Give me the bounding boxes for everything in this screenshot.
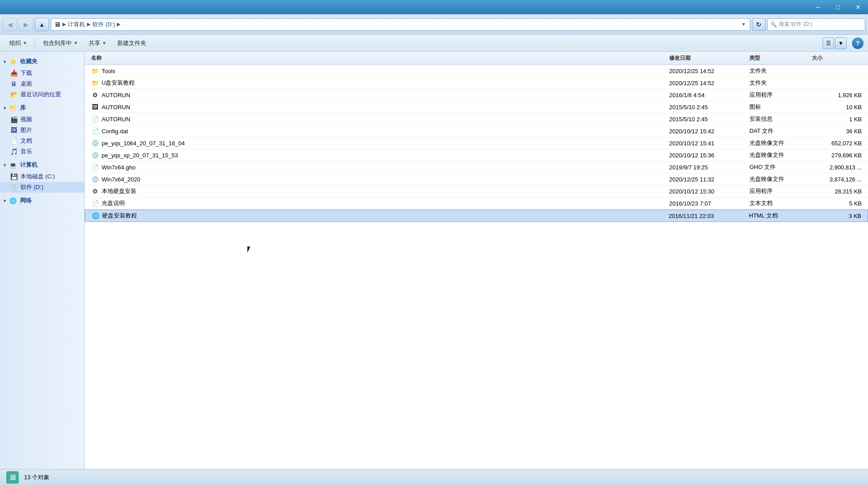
breadcrumb-item-computer[interactable]: 计算机 <box>68 21 85 29</box>
include-button[interactable]: 包含到库中 ▼ <box>38 37 83 49</box>
sidebar-favorites-header[interactable]: ▾ ⭐ 收藏夹 <box>0 55 84 68</box>
new-folder-label: 新建文件夹 <box>117 39 146 47</box>
help-button[interactable]: ? <box>852 37 864 49</box>
address-bar: ◀ ▶ ▲ 🖥 ▶ 计算机 ▶ 软件 (D:) ▶ ▼ ↻ 🔍 搜索 软件 (D… <box>0 14 868 35</box>
local-c-label: 本地磁盘 (C:) <box>21 173 55 181</box>
software-d-label: 软件 (D:) <box>21 183 43 191</box>
network-icon: 🌐 <box>8 196 17 205</box>
search-bar[interactable]: 🔍 搜索 软件 (D:) <box>767 18 865 31</box>
share-button[interactable]: 共享 ▼ <box>84 37 111 49</box>
table-row[interactable]: 📄Win7x64.gho2019/9/7 19:25GHO 文件2,900,81… <box>85 161 868 173</box>
file-modified: 2020/10/12 15:42 <box>667 127 748 136</box>
include-label: 包含到库中 <box>43 39 72 47</box>
file-icon: 📁 <box>91 79 99 87</box>
share-arrow-icon: ▼ <box>102 41 107 45</box>
file-modified: 2020/10/12 15:30 <box>667 187 748 196</box>
table-row[interactable]: 💿pe_yqs_xp_20_07_31_15_532020/10/12 15:3… <box>85 149 868 161</box>
sidebar-network-header[interactable]: ▾ 🌐 网络 <box>0 194 84 207</box>
sidebar-item-video[interactable]: 🎬 视频 <box>0 114 84 125</box>
view-dropdown-button[interactable]: ▼ <box>835 37 847 49</box>
window-controls: ─ □ ✕ <box>808 0 868 14</box>
breadcrumb-dropdown-btn[interactable]: ▼ <box>740 21 747 28</box>
table-row[interactable]: ⚙AUTORUN2016/1/8 4:54应用程序1,926 KB <box>85 89 868 101</box>
table-row[interactable]: 💿Win7x64_20202020/12/25 11:32光盘映像文件3,874… <box>85 173 868 185</box>
file-icon: 📄 <box>91 127 99 135</box>
sidebar-item-local-c[interactable]: 💾 本地磁盘 (C:) <box>0 171 84 182</box>
sidebar-library-header[interactable]: ▾ 📁 库 <box>0 102 84 114</box>
file-modified: 2015/5/10 2:45 <box>667 115 748 123</box>
file-name-cell: 📄AUTORUN <box>89 114 667 124</box>
refresh-icon: ↻ <box>756 21 761 28</box>
file-name-cell: ⚙本地硬盘安装 <box>89 186 667 196</box>
col-name: 名称 <box>89 53 667 63</box>
close-button[interactable]: ✕ <box>848 0 868 14</box>
back-button[interactable]: ◀ <box>3 18 17 31</box>
favorites-icon: ⭐ <box>8 57 17 66</box>
file-type: 图标 <box>748 102 810 112</box>
music-icon: 🎵 <box>10 148 18 156</box>
doc-label: 文档 <box>21 137 32 145</box>
table-row[interactable]: 🌐硬盘安装教程2016/11/21 22:03HTML 文档3 KB <box>85 210 868 222</box>
breadcrumb-arrow-2: ▶ <box>87 21 91 27</box>
file-type: DAT 文件 <box>748 126 810 136</box>
sidebar: ▾ ⭐ 收藏夹 📥 下载 🖥 桌面 📂 最近访问的位置 ▾ 📁 库 <box>0 52 85 469</box>
up-icon: ▲ <box>39 21 45 28</box>
file-modified: 2016/10/23 7:07 <box>667 199 748 208</box>
file-name-cell: 📄Config.dat <box>89 126 667 136</box>
sidebar-item-image[interactable]: 🖼 图片 <box>0 125 84 136</box>
file-type: 光盘映像文件 <box>748 138 810 148</box>
network-label: 网络 <box>20 197 32 205</box>
file-rows-container: 📁Tools2020/12/25 14:52文件夹📁U盘安装教程2020/12/… <box>85 65 868 222</box>
sidebar-computer-header[interactable]: ▾ 💻 计算机 <box>0 159 84 171</box>
file-size <box>810 70 864 72</box>
file-name-cell: 🖼AUTORUN <box>89 102 667 112</box>
file-name-text: Win7x64_2020 <box>102 176 140 183</box>
file-icon: 📁 <box>91 67 99 75</box>
recent-label: 最近访问的位置 <box>21 90 61 99</box>
file-name-cell: 📄光盘说明 <box>89 198 667 208</box>
toolbar-separator-1 <box>35 38 35 49</box>
table-row[interactable]: 📄Config.dat2020/10/12 15:42DAT 文件36 KB <box>85 125 868 137</box>
local-c-icon: 💾 <box>10 173 18 181</box>
new-folder-button[interactable]: 新建文件夹 <box>112 37 151 49</box>
file-modified: 2020/10/12 15:36 <box>667 151 748 160</box>
refresh-button[interactable]: ↻ <box>752 18 765 31</box>
table-row[interactable]: 💿pe_yqs_1064_20_07_31_16_042020/10/12 15… <box>85 137 868 149</box>
file-size: 36 KB <box>810 127 864 136</box>
sidebar-item-recent[interactable]: 📂 最近访问的位置 <box>0 89 84 100</box>
up-button[interactable]: ▲ <box>35 18 49 31</box>
file-modified: 2020/12/25 11:32 <box>667 175 748 184</box>
view-list-button[interactable]: ☰ <box>823 37 834 49</box>
file-name-text: U盘安装教程 <box>102 79 135 87</box>
sidebar-item-doc[interactable]: 📄 文档 <box>0 136 84 146</box>
sidebar-item-music[interactable]: 🎵 音乐 <box>0 146 84 157</box>
table-row[interactable]: 📄光盘说明2016/10/23 7:07文本文档5 KB <box>85 197 868 210</box>
sidebar-item-downloads[interactable]: 📥 下载 <box>0 68 84 78</box>
svg-text:🖥: 🖥 <box>8 473 16 482</box>
image-icon: 🖼 <box>10 126 18 134</box>
file-type: 光盘映像文件 <box>748 174 810 184</box>
breadcrumb-bar[interactable]: 🖥 ▶ 计算机 ▶ 软件 (D:) ▶ ▼ <box>51 18 750 31</box>
file-icon: 📄 <box>91 115 99 123</box>
table-row[interactable]: 📁Tools2020/12/25 14:52文件夹 <box>85 65 868 77</box>
file-type: 文件夹 <box>748 78 810 88</box>
table-row[interactable]: 📄AUTORUN2015/5/10 2:45安装信息1 KB <box>85 113 868 125</box>
file-size: 10 KB <box>810 103 864 111</box>
file-size: 1,926 KB <box>810 91 864 99</box>
file-name-text: AUTORUN <box>102 92 130 99</box>
organize-button[interactable]: 组织 ▼ <box>4 37 32 49</box>
sidebar-item-desktop[interactable]: 🖥 桌面 <box>0 78 84 89</box>
table-row[interactable]: 🖼AUTORUN2015/5/10 2:45图标10 KB <box>85 101 868 113</box>
view-buttons: ☰ ▼ <box>823 37 847 49</box>
toolbar: 组织 ▼ 包含到库中 ▼ 共享 ▼ 新建文件夹 ☰ ▼ ? <box>0 35 868 52</box>
downloads-label: 下载 <box>21 69 32 77</box>
table-row[interactable]: 📁U盘安装教程2020/12/25 14:52文件夹 <box>85 77 868 89</box>
breadcrumb-arrow-1: ▶ <box>62 21 66 27</box>
sidebar-item-software-d[interactable]: 💿 软件 (D:) <box>0 182 84 193</box>
desktop-icon: 🖥 <box>10 80 18 88</box>
minimize-button[interactable]: ─ <box>808 0 828 14</box>
breadcrumb-item-drive[interactable]: 软件 (D:) <box>92 21 115 29</box>
table-row[interactable]: ⚙本地硬盘安装2020/10/12 15:30应用程序28,315 KB <box>85 185 868 197</box>
maximize-button[interactable]: □ <box>828 0 848 14</box>
forward-button[interactable]: ▶ <box>19 18 33 31</box>
